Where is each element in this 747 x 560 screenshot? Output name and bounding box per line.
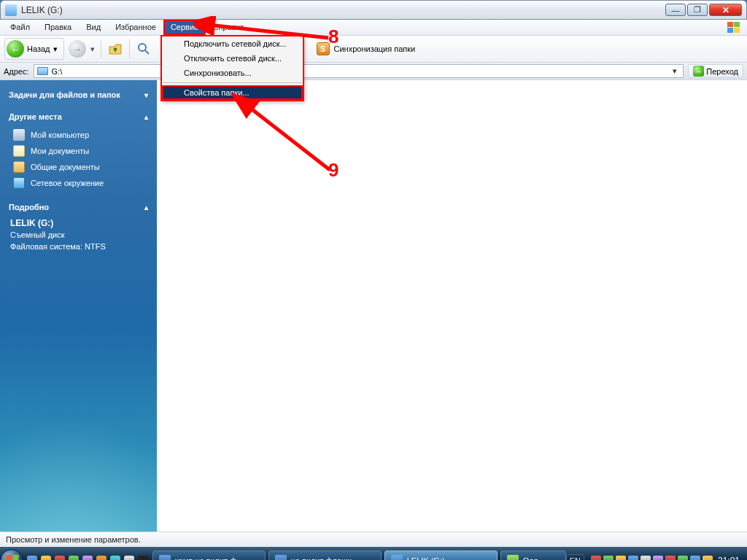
word-icon: [275, 555, 287, 560]
tray-icon[interactable]: [628, 556, 638, 560]
sidebar-item-shared-documents[interactable]: Общие документы: [0, 159, 157, 175]
sync-folder-label: Синхронизация папки: [334, 44, 416, 53]
ql-icon-8[interactable]: [123, 552, 136, 560]
task-label: комп не видит ф...: [175, 556, 244, 560]
main-area: Задачи для файлов и папок ▾ Другие места…: [0, 80, 747, 532]
close-button[interactable]: ✕: [709, 4, 742, 16]
content-area: [157, 80, 747, 532]
clock[interactable]: 21:01: [718, 556, 740, 560]
forward-button[interactable]: →: [69, 40, 86, 58]
minimize-button[interactable]: —: [665, 4, 686, 16]
details-filesystem: Файловая система: NTFS: [10, 242, 106, 251]
address-path: G:\: [52, 67, 667, 76]
details-drive-name: LELIK (G:): [10, 218, 53, 228]
documents-icon: [13, 145, 25, 157]
windows-logo-icon: [4, 555, 19, 560]
drive-icon: [391, 555, 403, 560]
chevron-up-icon: ▴: [144, 203, 148, 211]
menu-edit[interactable]: Правка: [37, 20, 79, 35]
sidebar-item-label: Общие документы: [31, 163, 100, 171]
tools-dropdown: Подключить сетевой диск... Отключить сет…: [161, 36, 303, 101]
tray-icon[interactable]: [690, 556, 700, 560]
menu-synchronize[interactable]: Синхронизовать...: [162, 66, 303, 80]
task-label: не видит флешк...: [291, 556, 358, 560]
network-icon: [13, 177, 25, 189]
address-dropdown-icon[interactable]: ▾: [670, 66, 680, 76]
svg-line-5: [145, 50, 149, 54]
sidebar-item-my-computer[interactable]: Мой компьютер: [0, 127, 157, 143]
separator: [101, 39, 101, 58]
tray-icon[interactable]: [653, 556, 663, 560]
ql-icon-3[interactable]: [53, 552, 66, 560]
tray-icon[interactable]: [603, 556, 614, 560]
svg-point-4: [139, 44, 146, 51]
ql-icon-6[interactable]: [95, 552, 108, 560]
sidebar-details-label: Подробно: [9, 203, 49, 211]
status-text: Просмотр и изменение параметров.: [6, 535, 141, 544]
ql-icon-7[interactable]: [109, 552, 122, 560]
task-explorer[interactable]: LELIK (G:): [384, 551, 498, 560]
tray-icon[interactable]: [616, 556, 626, 560]
separator: [129, 39, 130, 58]
menu-view[interactable]: Вид: [79, 20, 108, 35]
sidebar-item-my-documents[interactable]: Мои документы: [0, 143, 157, 159]
menu-map-network-drive[interactable]: Подключить сетевой диск...: [162, 36, 303, 51]
svg-rect-0: [727, 22, 733, 27]
tray-icon[interactable]: [640, 556, 651, 560]
maximize-button[interactable]: ❐: [687, 4, 708, 16]
tray-icon[interactable]: [678, 556, 688, 560]
window-title: LELIK (G:): [21, 5, 63, 15]
svg-rect-3: [734, 28, 740, 33]
sidebar: Задачи для файлов и папок ▾ Другие места…: [0, 80, 157, 532]
system-tray: EN 21:01: [566, 554, 744, 560]
up-folder-icon[interactable]: [107, 41, 123, 57]
task-word-1[interactable]: комп не видит ф...: [152, 551, 266, 560]
quick-launch: [26, 552, 150, 560]
menu-file[interactable]: Файл: [3, 20, 37, 35]
menu-favorites[interactable]: Избранное: [108, 20, 163, 35]
sidebar-details-header[interactable]: Подробно ▴: [0, 201, 157, 213]
address-input[interactable]: G:\ ▾: [34, 64, 684, 78]
task-word-2[interactable]: не видит флешк...: [268, 551, 382, 560]
go-arrow-icon: →: [693, 66, 704, 77]
tray-icon[interactable]: [665, 556, 676, 560]
language-indicator[interactable]: EN: [566, 554, 584, 560]
ql-icon-2[interactable]: [39, 552, 53, 560]
sidebar-tasks-header[interactable]: Задачи для файлов и папок ▾: [0, 89, 157, 101]
computer-icon: [13, 129, 25, 141]
menubar: Файл Правка Вид Избранное Сервис Справка: [0, 20, 747, 36]
windows-logo-icon: [724, 20, 744, 35]
sidebar-tasks-label: Задачи для файлов и папок: [9, 90, 120, 99]
sidebar-places-header[interactable]: Другие места ▴: [0, 111, 157, 122]
search-icon[interactable]: [136, 41, 152, 57]
menu-disconnect-network-drive[interactable]: Отключить сетевой диск...: [162, 51, 303, 66]
separator: [163, 82, 302, 83]
task-chat[interactable]: Оля: [500, 551, 566, 560]
back-label: Назад: [27, 44, 50, 53]
sidebar-item-label: Сетевое окружение: [31, 179, 104, 187]
go-button[interactable]: → Переход: [688, 64, 743, 78]
sync-icon: S: [317, 42, 330, 55]
sidebar-places-label: Другие места: [9, 112, 62, 121]
drive-icon: [5, 4, 17, 16]
tray-icon[interactable]: [703, 556, 713, 560]
tray-icon[interactable]: [591, 556, 601, 560]
start-button[interactable]: [0, 547, 24, 560]
ql-icon-9[interactable]: [136, 552, 150, 560]
menu-tools[interactable]: Сервис: [163, 20, 206, 35]
sidebar-item-label: Мои документы: [31, 147, 89, 155]
svg-rect-1: [734, 22, 740, 27]
menu-folder-options[interactable]: Свойства папки...: [162, 85, 303, 100]
chevron-down-icon[interactable]: ▾: [90, 44, 95, 54]
titlebar: LELIK (G:) — ❐ ✕: [0, 0, 747, 20]
address-bar: Адрес: G:\ ▾ → Переход: [0, 63, 747, 80]
ql-icon-1[interactable]: [26, 552, 39, 560]
sync-folder-button[interactable]: S Синхронизация папки: [317, 42, 416, 55]
ql-icon-5[interactable]: [81, 552, 94, 560]
chevron-down-icon: ▾: [53, 44, 58, 54]
sidebar-item-network[interactable]: Сетевое окружение: [0, 175, 157, 191]
chat-icon: [507, 555, 519, 560]
back-button[interactable]: ← Назад ▾: [4, 38, 64, 60]
menu-help[interactable]: Справка: [206, 20, 252, 35]
ql-icon-4[interactable]: [67, 552, 80, 560]
